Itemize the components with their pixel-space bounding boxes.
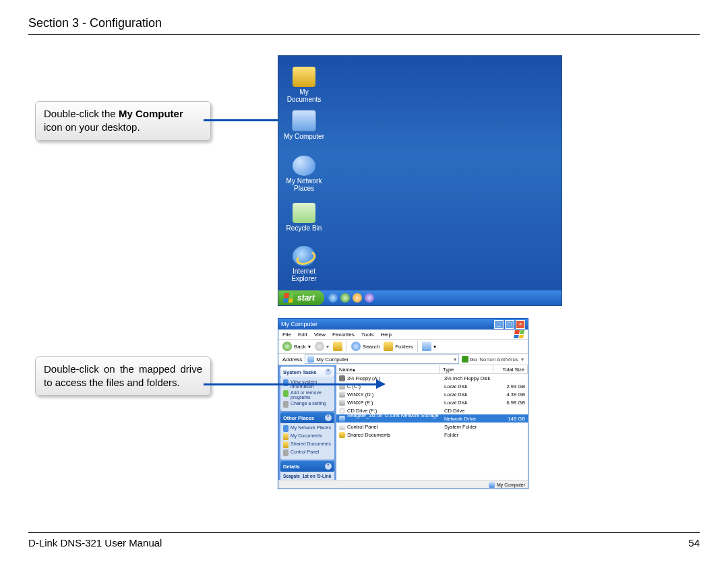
- control-panel-row[interactable]: Control PanelSystem Folder: [336, 423, 528, 431]
- floppy-icon: [339, 375, 345, 381]
- desktop-icon-recycle-bin[interactable]: Recycle Bin: [284, 203, 324, 232]
- system-tasks-items: View system information Add or remove pr…: [280, 377, 334, 411]
- tasks-pane: System Tasks˄ View system information Ad…: [278, 365, 336, 480]
- folder-icon: [339, 432, 345, 438]
- details-content: Seagate_1st on 'D-Link Network Storage A…: [280, 472, 334, 480]
- page-footer: D-Link DNS-321 User Manual 54: [28, 533, 700, 549]
- globe-icon: [293, 156, 315, 176]
- recycle-bin-icon: [293, 203, 315, 223]
- other-places-items: My Network Places My Documents Shared Do…: [280, 423, 334, 460]
- window-titlebar: My Computer _ □ ×: [278, 319, 528, 330]
- section-header: Section 3 - Configuration: [28, 16, 700, 34]
- search-icon: [351, 342, 361, 351]
- disk-icon: [339, 400, 345, 406]
- col-name[interactable]: Name ▴: [336, 365, 440, 373]
- windows-logo-icon: [514, 330, 524, 338]
- chevron-icon: ˄: [325, 369, 332, 375]
- views-button[interactable]: ▾: [422, 342, 436, 351]
- search-button[interactable]: Search: [351, 342, 380, 351]
- desktop-icon-label: My Computer: [284, 133, 324, 140]
- gear-icon: [283, 449, 289, 456]
- drive-row-d[interactable]: WINXX (D:)Local Disk4.39 GB: [336, 390, 528, 398]
- address-label: Address: [282, 356, 302, 363]
- menu-help[interactable]: Help: [380, 332, 391, 338]
- gear-icon: [283, 401, 289, 408]
- menu-favorites[interactable]: Favorites: [332, 332, 355, 338]
- task-change-setting[interactable]: Change a setting: [283, 400, 332, 408]
- folders-button[interactable]: Folders: [384, 342, 413, 351]
- monitor-icon: [292, 110, 316, 131]
- drive-row-floppy[interactable]: 3½ Floppy (A:)3½-Inch Floppy Disk: [336, 374, 528, 382]
- up-button[interactable]: [333, 342, 342, 351]
- desktop-icon-label: Internet Explorer: [284, 268, 324, 282]
- forward-icon: [315, 342, 324, 351]
- window-buttons: _ □ ×: [494, 320, 525, 329]
- task-add-remove-programs[interactable]: Add or remove programs: [283, 389, 332, 400]
- link-my-documents[interactable]: My Documents: [283, 433, 332, 441]
- desktop-icon-label: My Documents: [284, 88, 324, 103]
- programs-icon: [283, 390, 289, 397]
- status-text: My Computer: [497, 482, 525, 487]
- minimize-button[interactable]: _: [494, 320, 504, 329]
- page-number: 54: [688, 537, 700, 549]
- disk-icon: [339, 392, 345, 398]
- column-headers: Name ▴ Type Total Size: [336, 365, 528, 374]
- desktop-icon-network-places[interactable]: My Network Places: [284, 156, 324, 192]
- tray-icon[interactable]: [340, 293, 350, 303]
- chevron-icon: ˄: [325, 463, 332, 470]
- folder-icon: [283, 433, 289, 440]
- address-bar: Address My Computer ▾ Go Norton AntiViru…: [278, 354, 528, 365]
- shared-documents-row[interactable]: Shared DocumentsFolder: [336, 431, 528, 439]
- desktop-icon-label: My Network Places: [284, 177, 324, 192]
- back-icon: [282, 342, 292, 351]
- menu-tools[interactable]: Tools: [361, 332, 374, 338]
- drive-row-e[interactable]: WINXP (E:)Local Disk6.98 GB: [336, 398, 528, 406]
- callout-1-bold: My Computer: [119, 108, 183, 119]
- address-field[interactable]: My Computer ▾: [305, 354, 458, 364]
- quick-launch: [328, 293, 374, 303]
- norton-label[interactable]: Norton AntiVirus: [479, 356, 518, 363]
- col-type[interactable]: Type: [440, 365, 493, 373]
- menu-file[interactable]: File: [282, 332, 291, 338]
- ie-tray-icon[interactable]: [328, 293, 338, 303]
- details-header[interactable]: Details˄: [280, 461, 334, 472]
- callout-1: Double-click the My Computer icon on you…: [35, 101, 211, 141]
- up-icon: [333, 342, 342, 351]
- link-network-places[interactable]: My Network Places: [283, 425, 332, 433]
- desktop-icon-my-documents[interactable]: My Documents: [284, 67, 324, 103]
- arrow-2: [204, 383, 384, 385]
- col-size[interactable]: Total Size: [493, 365, 528, 373]
- maximize-button[interactable]: □: [505, 320, 514, 329]
- folder-icon: [293, 67, 315, 87]
- tray-icon[interactable]: [353, 293, 362, 303]
- folder-icon: [283, 441, 289, 448]
- go-button[interactable]: Go: [462, 356, 477, 363]
- desktop-icon-my-computer[interactable]: My Computer: [284, 110, 324, 140]
- footer-left: D-Link DNS-321 User Manual: [28, 537, 162, 549]
- menu-bar: File Edit View Favorites Tools Help: [278, 330, 528, 340]
- drive-row-network-selected[interactable]: Seagate_1st on 'D-Link Network Storage .…: [336, 414, 528, 423]
- link-control-panel[interactable]: Control Panel: [283, 449, 332, 457]
- screenshot-explorer-window: My Computer _ □ × File Edit View Favorit…: [278, 318, 528, 489]
- forward-button[interactable]: ▾: [315, 342, 329, 351]
- start-button[interactable]: start: [278, 290, 324, 305]
- screenshot-desktop: My Documents My Computer My Network Plac…: [278, 55, 562, 306]
- system-tasks-header[interactable]: System Tasks˄: [280, 367, 334, 377]
- control-panel-icon: [339, 424, 345, 430]
- windows-logo-icon: [283, 293, 294, 303]
- menu-view[interactable]: View: [314, 332, 326, 338]
- views-icon: [422, 342, 431, 351]
- back-button[interactable]: Back ▾: [282, 342, 311, 351]
- computer-icon: [307, 356, 314, 363]
- computer-icon: [489, 482, 495, 488]
- network-drive-icon: [339, 416, 345, 422]
- close-button[interactable]: ×: [516, 320, 525, 329]
- link-shared-documents[interactable]: Shared Documents: [283, 441, 332, 449]
- desktop-icon-internet-explorer[interactable]: Internet Explorer: [284, 246, 324, 282]
- ie-icon: [293, 246, 315, 266]
- tray-icon[interactable]: [365, 293, 374, 303]
- other-places-header[interactable]: Other Places˄: [280, 412, 334, 423]
- callout-2: Double-click on the mapped drive to acce…: [35, 356, 211, 396]
- menu-edit[interactable]: Edit: [298, 332, 307, 338]
- address-value: My Computer: [316, 356, 348, 363]
